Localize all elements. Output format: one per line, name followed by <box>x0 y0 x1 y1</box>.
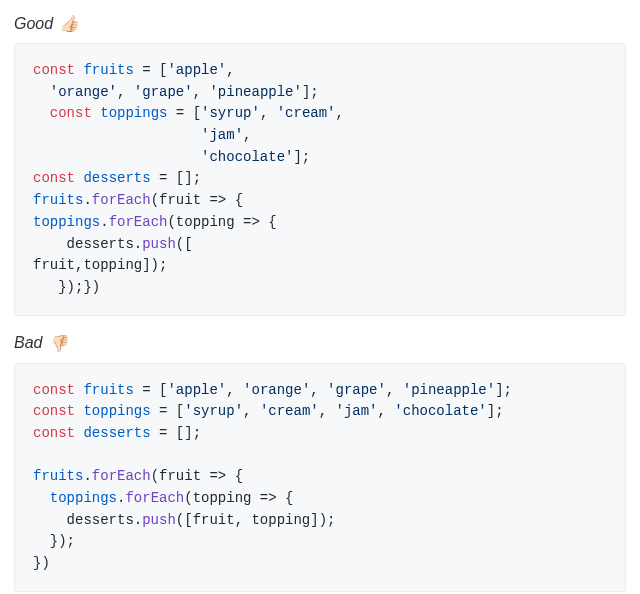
code-token: fruits <box>83 382 133 398</box>
code-token: const <box>50 105 92 121</box>
code-token: 'apple' <box>167 62 226 78</box>
code-token: const <box>33 425 75 441</box>
code-token: ]; <box>302 84 319 100</box>
code-token: desserts. <box>33 512 142 528</box>
code-token: , <box>260 105 277 121</box>
code-token: fruits <box>33 192 83 208</box>
code-token: ([fruit, topping]); <box>176 512 336 528</box>
code-token: forEach <box>109 214 168 230</box>
code-token: 'syrup' <box>184 403 243 419</box>
code-token: (topping => { <box>167 214 276 230</box>
code-token: , <box>117 84 134 100</box>
code-token: = [ <box>134 382 168 398</box>
code-token: , <box>310 382 327 398</box>
code-token: ]; <box>293 149 310 165</box>
code-token: 'orange' <box>243 382 310 398</box>
code-token: push <box>142 512 176 528</box>
bad-code-block: const fruits = ['apple', 'orange', 'grap… <box>14 363 626 592</box>
code-token: fruits <box>33 468 83 484</box>
code-token: desserts <box>83 170 150 186</box>
code-token <box>33 490 50 506</box>
code-token: ]; <box>495 382 512 398</box>
code-token: toppings <box>100 105 167 121</box>
code-token: const <box>33 62 75 78</box>
thumbs-up-icon: 👍🏻 <box>59 14 79 33</box>
good-code: const fruits = ['apple', 'orange', 'grap… <box>33 60 607 299</box>
code-token: (fruit => { <box>151 192 243 208</box>
good-code-block: const fruits = ['apple', 'orange', 'grap… <box>14 43 626 316</box>
code-token: . <box>100 214 108 230</box>
code-token <box>33 84 50 100</box>
good-label: Good 👍🏻 <box>14 14 626 33</box>
bad-label-text: Bad <box>14 334 42 352</box>
code-token: 'orange' <box>50 84 117 100</box>
code-token: , <box>243 127 251 143</box>
code-token: toppings <box>33 214 100 230</box>
code-token: forEach <box>92 192 151 208</box>
code-token: = [ <box>134 62 168 78</box>
code-token: , <box>243 403 260 419</box>
code-token: }) <box>33 555 50 571</box>
code-token: ]; <box>487 403 504 419</box>
code-token: 'chocolate' <box>394 403 486 419</box>
good-label-text: Good <box>14 15 53 33</box>
code-token: , <box>319 403 336 419</box>
code-token: 'jam' <box>336 403 378 419</box>
code-token: . <box>83 192 91 208</box>
code-token: 'grape' <box>134 84 193 100</box>
code-token: , <box>378 403 395 419</box>
code-token: , <box>386 382 403 398</box>
code-token: , <box>226 382 243 398</box>
code-token: const <box>33 382 75 398</box>
code-token: });}) <box>33 279 100 295</box>
code-token: push <box>142 236 176 252</box>
code-token <box>33 149 201 165</box>
code-token: fruits <box>83 62 133 78</box>
code-token: toppings <box>83 403 150 419</box>
code-token <box>33 127 201 143</box>
code-token: 'syrup' <box>201 105 260 121</box>
code-token: = [ <box>167 105 201 121</box>
code-token: (fruit => { <box>151 468 243 484</box>
code-token: 'jam' <box>201 127 243 143</box>
code-token: = []; <box>151 170 201 186</box>
code-token: const <box>33 403 75 419</box>
code-token: = [ <box>151 403 185 419</box>
code-token <box>33 105 50 121</box>
code-token: 'cream' <box>277 105 336 121</box>
bad-code: const fruits = ['apple', 'orange', 'grap… <box>33 380 607 575</box>
code-token: , <box>193 84 210 100</box>
code-token: ([ <box>176 236 193 252</box>
code-token: toppings <box>50 490 117 506</box>
code-token: 'pineapple' <box>403 382 495 398</box>
code-token: 'grape' <box>327 382 386 398</box>
code-token: , <box>226 62 234 78</box>
code-token: , <box>336 105 344 121</box>
code-token: fruit,topping]); <box>33 257 167 273</box>
code-token: 'pineapple' <box>209 84 301 100</box>
code-token: }); <box>33 533 75 549</box>
code-token: 'cream' <box>260 403 319 419</box>
code-token: (topping => { <box>184 490 293 506</box>
code-token <box>92 105 100 121</box>
code-token: desserts <box>83 425 150 441</box>
thumbs-down-icon: 👎🏻 <box>48 334 68 353</box>
code-token: forEach <box>92 468 151 484</box>
code-token: = []; <box>151 425 201 441</box>
code-token: 'chocolate' <box>201 149 293 165</box>
code-token: 'apple' <box>167 382 226 398</box>
code-token: . <box>83 468 91 484</box>
bad-label: Bad 👎🏻 <box>14 334 626 353</box>
document-page: Good 👍🏻 const fruits = ['apple', 'orange… <box>0 0 640 594</box>
code-token: desserts. <box>33 236 142 252</box>
code-token: forEach <box>125 490 184 506</box>
code-token: const <box>33 170 75 186</box>
